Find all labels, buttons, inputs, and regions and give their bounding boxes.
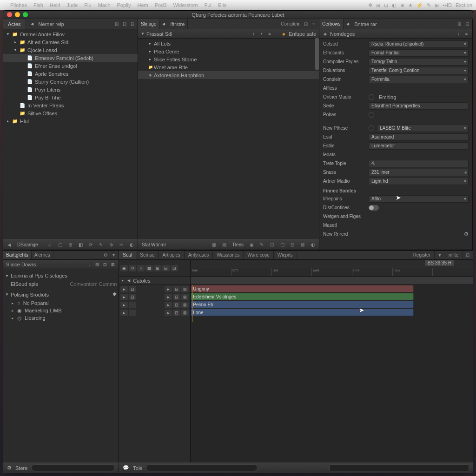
menu-icon[interactable]: ≡ (463, 31, 469, 37)
tool-icon[interactable]: ⟳ (86, 241, 95, 249)
menu-item[interactable]: Fish (33, 2, 43, 8)
tab-nerner[interactable]: ◀ Nerner relp (26, 19, 69, 29)
radio[interactable] (369, 126, 374, 131)
tab-actes[interactable]: Actes (3, 19, 26, 29)
dot-icon[interactable]: • (258, 31, 264, 37)
menu-item[interactable]: Flu (84, 2, 91, 8)
tab-barttglehts[interactable]: Barttglehts (3, 251, 32, 259)
tool-icon[interactable]: ⊡ (268, 241, 276, 249)
track-controls[interactable]: ▸▸⊟⊠ (119, 309, 190, 317)
timeline-tab[interactable]: Wasstorles (213, 251, 244, 259)
gear-icon[interactable]: ⚙ (7, 465, 12, 471)
tree-row[interactable]: ▼📁Cjocle Loasd (3, 46, 138, 54)
zoom-slider[interactable] (330, 464, 469, 471)
asset-row[interactable]: ▸Plea Ceme (138, 47, 319, 55)
tool-icon[interactable]: ⊟ (288, 241, 297, 249)
panel-icon[interactable]: ▾ (110, 252, 117, 258)
list-item[interactable]: ▸◎Liesroing (5, 314, 117, 322)
menu-item[interactable]: Ful (205, 2, 212, 8)
status-icon[interactable]: •HD (443, 2, 452, 8)
panel-icon[interactable]: ⊟ (464, 21, 470, 27)
clip[interactable]: EdeSihenr Vsiolnges (191, 293, 413, 300)
menu-item[interactable]: Mach (98, 2, 111, 8)
tab-slinage[interactable]: Slinage (138, 19, 159, 29)
tree-row[interactable]: 📄Pay Bl Tihe (3, 93, 138, 101)
tool-icon[interactable]: ◉ (247, 241, 256, 249)
tab-alerries[interactable]: Alerries (32, 251, 53, 259)
tab-soul[interactable]: Soul (119, 251, 136, 259)
list-item[interactable]: ▸◉Maelreling LIMB (5, 307, 117, 314)
tree-row[interactable]: 📄Poyr Litens (3, 86, 138, 93)
asset-row[interactable]: ▸Slice Fotles Storne (138, 55, 319, 63)
tree-row[interactable]: ▸📁Alt ed Camtes Sld (3, 38, 138, 46)
chevron-left-icon[interactable]: ◀ (5, 241, 13, 249)
track-controls[interactable]: ▸⊡▸⊟⊠ (119, 285, 190, 293)
maximize-button[interactable] (23, 12, 28, 17)
tree-row[interactable]: 📄Aprle Sonstres (3, 70, 138, 78)
asset-row[interactable]: 📁Wnet ame Rtle (138, 63, 319, 71)
tool-icon[interactable]: ◐ (127, 241, 136, 249)
panel-icon[interactable]: ⊟ (129, 21, 136, 27)
menu-item[interactable]: Widerstorn (173, 2, 198, 8)
panel-icon[interactable]: ⊞ (456, 21, 463, 27)
status-icon[interactable]: ⊕ (400, 2, 404, 8)
tool-icon[interactable]: ⊠ (298, 241, 307, 249)
tool-icon[interactable]: ⊕ (107, 241, 115, 249)
toggle[interactable] (369, 205, 379, 211)
tree-row[interactable]: 📄Starry Comery (Galtion) (3, 78, 138, 86)
icon[interactable]: ⊟ (94, 261, 100, 267)
text-field[interactable]: 4. (369, 160, 469, 167)
panel-icon[interactable]: ⊡ (121, 21, 128, 27)
tree-row[interactable]: 📄In Venter Ffrens (3, 101, 138, 109)
track-btn[interactable]: ▦ (145, 265, 153, 271)
status-icon[interactable]: ★ (408, 2, 413, 8)
text-field[interactable]: Efisnthert Porompertles (369, 102, 469, 110)
tool-label[interactable]: Tlees (231, 242, 245, 247)
icon[interactable]: ⊠ (110, 261, 116, 267)
dropdown[interactable]: Formnlia (369, 76, 469, 83)
track-btn[interactable]: ⊞ (154, 265, 161, 271)
tool-icon[interactable]: ◧ (76, 241, 85, 249)
track-controls[interactable]: ▸⊡▸⊟⊠ (119, 293, 190, 301)
tool-icon[interactable]: ⊞ (66, 241, 74, 249)
track-btn[interactable]: ⊡ (171, 265, 178, 271)
panel-icon[interactable]: ≡ (311, 21, 317, 27)
playhead[interactable] (192, 285, 192, 322)
dropdown[interactable]: Fomul Fantial (369, 49, 469, 57)
clip[interactable]: Ungriny (191, 285, 413, 292)
radio[interactable] (369, 94, 374, 100)
menu-item[interactable]: Pilohes (10, 2, 27, 8)
tool-icon[interactable]: ▢ (278, 241, 286, 249)
menu-item[interactable]: Pod3 (155, 2, 167, 8)
minimize-button[interactable] (15, 12, 20, 17)
filter-icon[interactable]: ▼ (436, 252, 443, 258)
tab-mllte[interactable]: mllte (445, 251, 463, 259)
search-input[interactable] (146, 464, 258, 471)
tree-row[interactable]: 📄Efner Ense undgol (3, 62, 138, 70)
text-field[interactable]: Asunreand (369, 133, 469, 141)
status-icon[interactable]: ✎ (427, 2, 431, 8)
tool-icon[interactable]: ▢ (56, 241, 64, 249)
status-icon[interactable]: ⊞ (376, 2, 380, 8)
tree-row[interactable]: ▸📁Hlul (3, 117, 138, 125)
number-field[interactable]: 231 imer (369, 169, 469, 176)
asset-row[interactable]: ◈Axtorealion Hanphtion (138, 71, 319, 79)
status-icon[interactable]: ⊞ (435, 2, 439, 8)
text-field[interactable]: Lumercetor (369, 142, 469, 150)
track-btn[interactable]: ⟲ (129, 265, 136, 271)
status-icon[interactable]: ◐ (392, 2, 397, 8)
radio[interactable] (369, 112, 374, 118)
close-icon[interactable]: ✕ (295, 21, 301, 27)
asset-row[interactable]: ▸All Lots (138, 40, 319, 47)
tool-icon[interactable]: ▦ (210, 241, 218, 249)
timeline-tab[interactable]: Artiopics (159, 251, 184, 259)
menu-item[interactable]: Poplly (117, 2, 131, 8)
tool-icon[interactable]: ⌂ (46, 241, 54, 249)
panel-icon[interactable]: ⊡ (464, 252, 471, 258)
timeline-ruler[interactable]: BS 36:35 H (191, 260, 473, 268)
tab-bntme[interactable]: ◀ Bntme rar (344, 19, 380, 29)
menu-item[interactable]: Eits (218, 2, 226, 8)
track-btn[interactable]: ◉ (120, 265, 128, 271)
clip[interactable]: Lone (191, 309, 413, 316)
status-icon[interactable]: ✻ (368, 2, 372, 8)
